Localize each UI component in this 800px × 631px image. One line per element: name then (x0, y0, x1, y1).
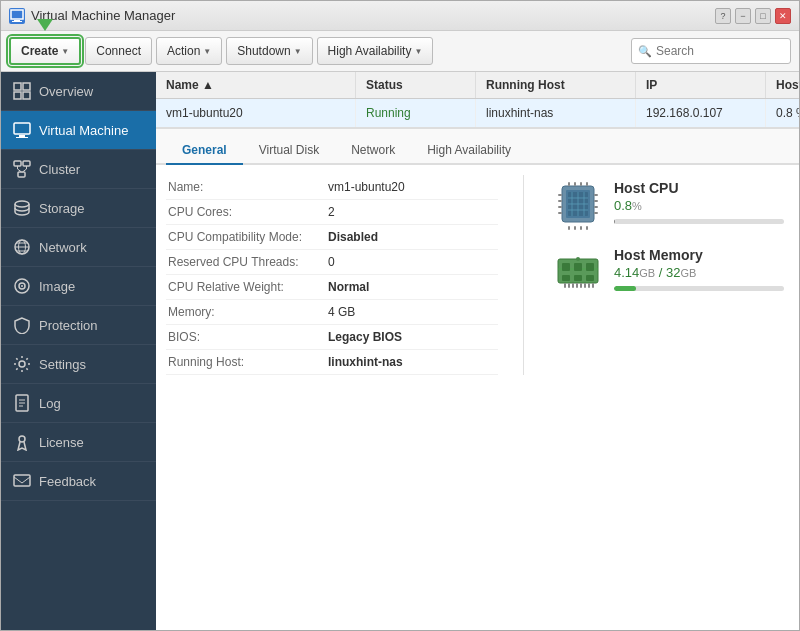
value-cpu-weight: Normal (328, 280, 369, 294)
sidebar-item-log[interactable]: Log (1, 384, 156, 423)
label-bios: BIOS: (168, 330, 328, 344)
svg-rect-63 (574, 275, 582, 281)
col-running-host: Running Host (476, 72, 636, 98)
search-box[interactable]: 🔍 (631, 38, 791, 64)
high-availability-button[interactable]: High Availability ▼ (317, 37, 434, 65)
sidebar-item-network[interactable]: Network (1, 228, 156, 267)
sidebar-item-storage[interactable]: Storage (1, 189, 156, 228)
svg-rect-44 (558, 206, 562, 208)
svg-rect-50 (568, 182, 570, 186)
detail-info: Name: vm1-ubuntu20 CPU Cores: 2 CPU Comp… (166, 175, 498, 375)
cpu-stat-info: Host CPU 0.8% (614, 180, 784, 224)
sidebar-item-feedback[interactable]: Feedback (1, 462, 156, 501)
svg-rect-71 (588, 283, 590, 288)
memory-title: Host Memory (614, 247, 784, 263)
svg-rect-66 (568, 283, 570, 288)
settings-icon (13, 355, 31, 373)
maximize-button[interactable]: □ (755, 8, 771, 24)
svg-rect-56 (580, 226, 582, 230)
svg-rect-61 (586, 263, 594, 271)
tab-high-availability[interactable]: High Availability (411, 137, 527, 165)
sidebar-item-image[interactable]: Image (1, 267, 156, 306)
vm-status: Running (356, 99, 476, 127)
sidebar-item-virtual-machine[interactable]: Virtual Machine (1, 111, 156, 150)
svg-rect-48 (594, 206, 598, 208)
app-icon (9, 8, 25, 24)
svg-rect-72 (592, 283, 594, 288)
sidebar-label-feedback: Feedback (39, 474, 96, 489)
detail-tabs: General Virtual Disk Network High Availa… (156, 129, 799, 165)
image-icon (13, 277, 31, 295)
svg-rect-43 (558, 200, 562, 202)
sidebar-item-cluster[interactable]: Cluster (1, 150, 156, 189)
detail-row-cpu-weight: CPU Relative Weight: Normal (166, 275, 498, 300)
vm-running-host: linuxhint-nas (476, 99, 636, 127)
label-cpu-compat: CPU Compatibility Mode: (168, 230, 328, 244)
shutdown-button[interactable]: Shutdown ▼ (226, 37, 312, 65)
storage-icon (13, 199, 31, 217)
svg-rect-70 (584, 283, 586, 288)
col-host-cpu: Host CPU (766, 72, 799, 98)
value-reserved-cpu: 0 (328, 255, 335, 269)
sidebar-label-network: Network (39, 240, 87, 255)
label-cpu-weight: CPU Relative Weight: (168, 280, 328, 294)
value-memory: 4 GB (328, 305, 355, 319)
label-memory: Memory: (168, 305, 328, 319)
overview-icon (13, 82, 31, 100)
svg-rect-46 (594, 194, 598, 196)
stats-panel: Host CPU 0.8% (549, 175, 789, 375)
network-icon (13, 238, 31, 256)
memory-progress-fill (614, 286, 636, 291)
svg-rect-59 (562, 263, 570, 271)
svg-rect-55 (574, 226, 576, 230)
tab-network[interactable]: Network (335, 137, 411, 165)
detail-row-running-host: Running Host: linuxhint-nas (166, 350, 498, 375)
svg-rect-62 (562, 275, 570, 281)
cpu-icon (554, 180, 602, 232)
divider (523, 175, 524, 375)
sidebar-label-license: License (39, 435, 84, 450)
value-cpu-cores: 2 (328, 205, 335, 219)
svg-rect-12 (18, 172, 25, 177)
cpu-title: Host CPU (614, 180, 784, 196)
svg-rect-49 (594, 212, 598, 214)
search-input[interactable] (656, 44, 786, 58)
table-row[interactable]: vm1-ubuntu20 Running linuxhint-nas 192.1… (156, 99, 799, 128)
tab-virtual-disk[interactable]: Virtual Disk (243, 137, 335, 165)
svg-rect-3 (14, 83, 21, 90)
svg-rect-8 (19, 135, 25, 137)
sidebar-item-overview[interactable]: Overview (1, 72, 156, 111)
sidebar-item-settings[interactable]: Settings (1, 345, 156, 384)
svg-rect-0 (11, 10, 23, 19)
minimize-button[interactable]: − (735, 8, 751, 24)
sidebar-item-license[interactable]: License (1, 423, 156, 462)
cpu-progress-fill (614, 219, 615, 224)
svg-rect-32 (14, 475, 30, 486)
svg-rect-10 (14, 161, 21, 166)
svg-rect-2 (12, 21, 22, 22)
detail-row-memory: Memory: 4 GB (166, 300, 498, 325)
main-window: Virtual Machine Manager ? − □ ✕ Create ▼… (0, 0, 800, 631)
detail-row-bios: BIOS: Legacy BIOS (166, 325, 498, 350)
memory-stat-info: Host Memory 4.14GB / 32GB (614, 247, 784, 291)
help-button[interactable]: ? (715, 8, 731, 24)
label-reserved-cpu: Reserved CPU Threads: (168, 255, 328, 269)
title-bar: Virtual Machine Manager ? − □ ✕ (1, 1, 799, 31)
tab-general[interactable]: General (166, 137, 243, 165)
create-button[interactable]: Create ▼ (9, 37, 81, 65)
vm-host-cpu: 0.8 % (766, 99, 799, 127)
connect-button[interactable]: Connect (85, 37, 152, 65)
sidebar-item-protection[interactable]: Protection (1, 306, 156, 345)
ha-dropdown-arrow: ▼ (414, 47, 422, 56)
detail-content: Name: vm1-ubuntu20 CPU Cores: 2 CPU Comp… (156, 165, 799, 385)
close-button[interactable]: ✕ (775, 8, 791, 24)
svg-point-26 (19, 361, 25, 367)
action-button[interactable]: Action ▼ (156, 37, 222, 65)
sidebar-label-image: Image (39, 279, 75, 294)
sidebar-label-overview: Overview (39, 84, 93, 99)
svg-rect-42 (558, 194, 562, 196)
stat-card-cpu: Host CPU 0.8% (554, 180, 784, 232)
svg-rect-57 (586, 226, 588, 230)
svg-rect-51 (574, 182, 576, 186)
sidebar-label-settings: Settings (39, 357, 86, 372)
